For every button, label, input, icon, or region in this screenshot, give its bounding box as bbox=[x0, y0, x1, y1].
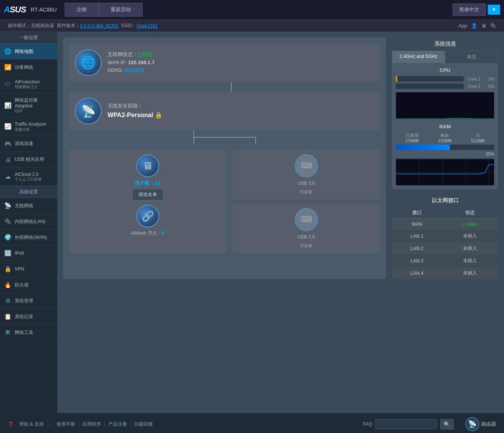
link-apps[interactable]: 应用程序 bbox=[82, 421, 101, 428]
game-boost-label: 游戏加速 bbox=[15, 141, 33, 146]
sidebar-item-wan[interactable]: 🌍 外部网络(WAN) bbox=[0, 230, 57, 245]
tab-freq[interactable]: 2.4GHz and 5GHz bbox=[392, 51, 445, 63]
clients-count: 用户数：11 bbox=[135, 180, 160, 187]
eth-col-status: 状态 bbox=[442, 207, 498, 219]
sidebar-advanced-header: 高级设置 bbox=[0, 186, 57, 198]
ram-bar-fill bbox=[396, 145, 450, 150]
faq-input[interactable] bbox=[375, 419, 437, 429]
ssid-value[interactable]: Dosir2161 bbox=[137, 23, 158, 29]
link-register[interactable]: 产品注册 bbox=[108, 421, 127, 428]
network-map-icon: 🌐 bbox=[4, 48, 12, 55]
admin-label: 系统管理 bbox=[15, 298, 33, 303]
ram-title: RAM bbox=[396, 124, 494, 130]
table-row: LAN 4未插入 bbox=[392, 267, 498, 280]
guest-network-label: 访客网络 bbox=[15, 65, 33, 70]
internet-status-label: 互联网状态：已联机 bbox=[108, 51, 155, 59]
sidebar-item-network-map[interactable]: 🌐 网络地图 bbox=[0, 44, 57, 60]
ram-bar-track bbox=[396, 145, 494, 150]
status-icons: App 👤 🖥 🔌 bbox=[458, 23, 496, 29]
ram-pct: 55% bbox=[396, 152, 494, 156]
lan-icon: 🔌 bbox=[4, 218, 12, 225]
internet-info: 互联网状态：已联机 WAN IP: 192.168.1.7 DDNS: 前往设置 bbox=[108, 51, 155, 75]
ram-stats: 已使用 279MB 剩余 233MB 共 512MB bbox=[396, 133, 494, 143]
tab-register[interactable]: 注销 bbox=[65, 3, 99, 17]
bottom-boxes: 🖥 用户数：11 阅览名单 🔗 AiMesh 节点：0 bbox=[69, 150, 380, 253]
cpu-section: CPU Core 1 2% bbox=[396, 67, 494, 119]
lan-label: 内部网络(LAN) bbox=[15, 219, 45, 224]
aiprotection-label: AiProtection 智能网络卫士 bbox=[15, 79, 40, 89]
sidebar-item-game-boost[interactable]: 🎮 游戏加速 bbox=[0, 136, 57, 152]
ram-total-stat: 共 512MB bbox=[471, 133, 485, 143]
sidebar-item-lan[interactable]: 🔌 内部网络(LAN) bbox=[0, 214, 57, 230]
browse-btn[interactable]: 阅览名单 bbox=[132, 189, 163, 200]
cpu-chart-svg bbox=[396, 92, 494, 119]
svg-text:⌨: ⌨ bbox=[301, 215, 312, 223]
ram-chart-svg bbox=[396, 159, 494, 186]
help-label[interactable]: 帮助 & 支持 bbox=[19, 421, 44, 428]
lang-select: 简体中文 ▼ bbox=[453, 3, 500, 16]
firmware-version[interactable]: 3.0.0.4.384_81351 bbox=[80, 23, 119, 29]
asus-logo: ASUS bbox=[4, 5, 26, 15]
wan-icon: 🌍 bbox=[4, 234, 12, 241]
content-area: 🌐 互联网状态：已联机 WAN IP: 192.168.1.7 DDNS: 前往… bbox=[57, 32, 504, 413]
adaptive-qos-icon: 📊 bbox=[4, 102, 12, 109]
security-label: 无线安全层级： bbox=[108, 102, 162, 110]
main-layout: 一般设置 🌐 网络地图 📶 访客网络 🛡 AiProtection 智能网络卫士… bbox=[0, 32, 504, 413]
top-bar: ASUS RT-AC86U 注销 重新启动 简体中文 ▼ bbox=[0, 0, 504, 20]
ethernet-panel: 以太网接口 接口 状态 WAN1 GbpsLAN 1未插入LAN 2未插入LAN… bbox=[392, 194, 498, 279]
faq-search-button[interactable]: 🔍 bbox=[440, 419, 454, 430]
usb30-label: USB 3.0 bbox=[297, 181, 315, 186]
usb20-box: ⌨ USB 2.0 无设备 bbox=[232, 203, 380, 253]
network-map-label: 网络地图 bbox=[15, 49, 33, 54]
sidebar-item-ipv6[interactable]: 🔢 IPv6 bbox=[0, 245, 57, 261]
sidebar-item-admin[interactable]: ⚙ 系统管理 bbox=[0, 293, 57, 309]
brand-area: ASUS RT-AC86U bbox=[4, 5, 65, 15]
sidebar-item-firewall[interactable]: 🔥 防火墙 bbox=[0, 277, 57, 293]
monitor-icon[interactable]: 🖥 bbox=[481, 23, 486, 29]
sidebar-item-vpn[interactable]: 🔒 VPN bbox=[0, 261, 57, 277]
globe-icon: 🌐 bbox=[75, 49, 102, 76]
faq-area: FAQ 🔍 bbox=[363, 419, 454, 430]
sidebar-item-traffic-analyzer[interactable]: 📈 Traffic Analyzer 流量分析 bbox=[0, 118, 57, 136]
ethernet-table: 接口 状态 WAN1 GbpsLAN 1未插入LAN 2未插入LAN 3未插入L… bbox=[392, 207, 498, 279]
tab-restart[interactable]: 重新启动 bbox=[99, 3, 143, 17]
aicloud-label: AiCloud 2.0 个人云 2.0 应用 bbox=[15, 172, 41, 182]
sidebar-item-aiprotection[interactable]: 🛡 AiProtection 智能网络卫士 bbox=[0, 75, 57, 94]
usb20-status: 无设备 bbox=[300, 243, 313, 249]
eth-status-cell: 未插入 bbox=[442, 242, 498, 255]
sidebar-item-network-tools[interactable]: 🛠 网络工具 bbox=[0, 325, 57, 341]
lang-button[interactable]: 简体中文 bbox=[453, 3, 486, 16]
sidebar-item-usb-apps[interactable]: 🖨 USB 相关应用 bbox=[0, 152, 57, 168]
sidebar-item-adaptive-qos[interactable]: 📊 网络监控家 Adaptive QoS bbox=[0, 94, 57, 118]
table-row: LAN 1未插入 bbox=[392, 230, 498, 242]
ram-used-stat: 已使用 279MB bbox=[405, 133, 419, 143]
map-diagram: 🌐 互联网状态：已联机 WAN IP: 192.168.1.7 DDNS: 前往… bbox=[63, 38, 386, 279]
cpu-core1-pct: 2% bbox=[483, 77, 494, 81]
faq-label: FAQ bbox=[363, 421, 372, 427]
tab-status[interactable]: 状态 bbox=[445, 51, 499, 63]
tree-connector-svg bbox=[163, 130, 287, 144]
link-feedback[interactable]: 问题回馈 bbox=[134, 421, 153, 428]
sidebar-item-guest-network[interactable]: 📶 访客网络 bbox=[0, 60, 57, 75]
v-connector-1 bbox=[231, 82, 232, 92]
security-value: WPA2-Personal 🔒 bbox=[108, 110, 162, 120]
cpu-core1-track bbox=[396, 76, 464, 82]
sidebar-item-wireless[interactable]: 📡 无线网络 bbox=[0, 198, 57, 214]
ram-used-val: 279MB bbox=[405, 138, 419, 143]
table-row: LAN 2未插入 bbox=[392, 242, 498, 255]
svg-text:⌨: ⌨ bbox=[301, 161, 312, 170]
sidebar-item-aicloud[interactable]: ☁ AiCloud 2.0 个人云 2.0 应用 bbox=[0, 168, 57, 186]
aimesh-icon: 🔗 bbox=[136, 205, 159, 228]
user-icon[interactable]: 👤 bbox=[471, 23, 477, 29]
lang-dropdown-arrow[interactable]: ▼ bbox=[488, 5, 500, 15]
wan-label: 外部网络(WAN) bbox=[15, 235, 47, 240]
network-tools-label: 网络工具 bbox=[15, 330, 33, 335]
ddns-link[interactable]: 前往设置 bbox=[125, 67, 145, 73]
link-manual[interactable]: 使用手册 bbox=[56, 421, 75, 428]
eth-interface-cell: LAN 1 bbox=[392, 230, 442, 242]
usb-status-icon[interactable]: 🔌 bbox=[490, 23, 496, 29]
top-tabs: 注销 重新启动 bbox=[65, 3, 143, 17]
svg-rect-6 bbox=[396, 92, 494, 119]
sidebar-item-syslog[interactable]: 📋 系统记录 bbox=[0, 309, 57, 325]
ddns-row: DDNS: 前往设置 bbox=[108, 66, 155, 75]
